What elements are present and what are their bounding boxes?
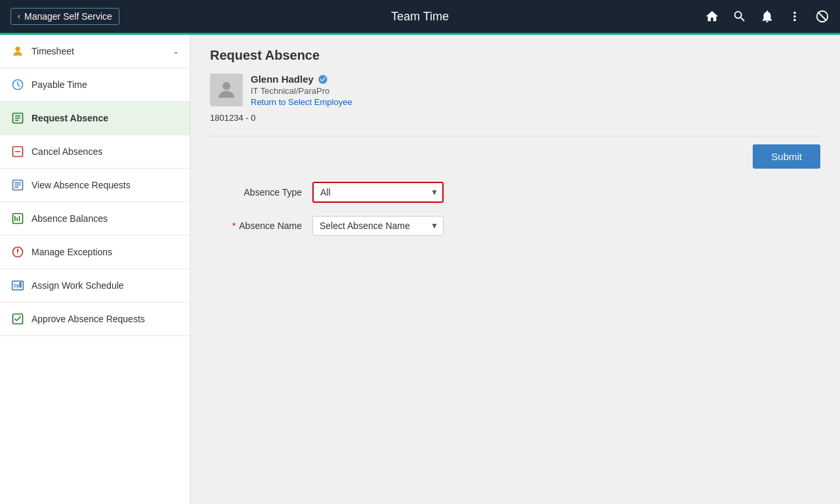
employee-card: Glenn Hadley IT Technical/ParaPro Return… (210, 74, 820, 108)
sidebar-item-request-absence[interactable]: Request Absence (0, 102, 190, 135)
sidebar: Timesheet ⌄ Payable Time Request Absence (0, 35, 190, 504)
home-icon[interactable] (705, 9, 719, 24)
approve-absence-icon (10, 312, 25, 326)
verified-icon (318, 74, 328, 85)
page-title: Request Absence (210, 48, 820, 63)
submit-button[interactable]: Submit (753, 144, 820, 169)
sidebar-item-assign-label: Assign Work Schedule (32, 280, 179, 291)
absence-type-label: Absence Type (210, 187, 302, 198)
absence-balances-icon (10, 211, 25, 226)
sidebar-item-timesheet[interactable]: Timesheet ⌄ (0, 35, 190, 68)
absence-name-wrapper: Select Absence Name ▼ (312, 216, 444, 236)
sidebar-item-absence-balances[interactable]: Absence Balances (0, 202, 190, 236)
sidebar-item-request-absence-label: Request Absence (32, 113, 179, 123)
assign-work-schedule-icon (10, 278, 25, 293)
main-layout: Timesheet ⌄ Payable Time Request Absence (0, 35, 840, 504)
back-arrow-icon: ‹ (18, 12, 20, 21)
sidebar-item-payable-time[interactable]: Payable Time (0, 68, 190, 102)
absence-type-select[interactable]: All (312, 182, 444, 203)
back-button[interactable]: ‹ Manager Self Service (10, 8, 119, 25)
sidebar-item-cancel-absences[interactable]: Cancel Absences (0, 135, 190, 169)
back-label: Manager Self Service (24, 11, 112, 22)
employee-name: Glenn Hadley (251, 74, 352, 85)
payable-time-icon (10, 77, 25, 92)
search-icon[interactable] (732, 9, 747, 24)
manage-exceptions-icon (10, 245, 25, 259)
topbar-icons (705, 9, 830, 24)
cancel-absences-icon (10, 144, 25, 159)
more-icon[interactable] (788, 9, 802, 24)
absence-type-wrapper: All ▼ (312, 182, 444, 203)
sidebar-item-view-absence[interactable]: View Absence Requests (0, 169, 190, 202)
svg-point-2 (16, 47, 20, 51)
sidebar-item-payable-label: Payable Time (32, 79, 179, 90)
employee-dept: IT Technical/ParaPro (251, 86, 352, 96)
topbar-title: Team Time (391, 10, 449, 24)
svg-rect-13 (20, 282, 22, 287)
svg-point-9 (17, 254, 18, 255)
return-link[interactable]: Return to Select Employee (251, 97, 352, 107)
sidebar-item-balances-label: Absence Balances (32, 213, 179, 224)
topbar: ‹ Manager Self Service Team Time (0, 0, 840, 33)
sidebar-item-approve-absence[interactable]: Approve Absence Requests (0, 303, 190, 336)
svg-rect-11 (14, 284, 16, 288)
absence-type-row: Absence Type All ▼ (210, 182, 820, 203)
sidebar-item-manage-label: Manage Exceptions (32, 247, 179, 257)
svg-rect-12 (16, 284, 18, 287)
svg-point-15 (222, 82, 230, 90)
absence-name-label: Absence Name (210, 220, 302, 231)
chevron-icon: ⌄ (173, 47, 179, 56)
absence-name-select[interactable]: Select Absence Name (312, 216, 444, 236)
sidebar-item-manage-exceptions[interactable]: Manage Exceptions (0, 236, 190, 269)
svg-line-1 (818, 12, 827, 21)
employee-info: Glenn Hadley IT Technical/ParaPro Return… (251, 74, 352, 108)
request-absence-icon (10, 111, 25, 125)
circle-slash-icon[interactable] (815, 9, 830, 24)
divider (210, 136, 820, 136)
view-absence-icon (10, 178, 25, 192)
content-area: Request Absence Glenn Hadley IT Technica… (190, 35, 840, 504)
timesheet-icon (10, 44, 25, 58)
bell-icon[interactable] (760, 9, 774, 24)
sidebar-item-view-absence-label: View Absence Requests (32, 180, 179, 190)
sidebar-collapse-handle[interactable]: ∥ (190, 253, 190, 286)
sidebar-item-approve-label: Approve Absence Requests (32, 314, 179, 324)
absence-name-row: Absence Name Select Absence Name ▼ (210, 216, 820, 236)
submit-area: Submit (210, 144, 820, 169)
avatar (210, 74, 243, 106)
sidebar-item-timesheet-label: Timesheet (32, 46, 166, 56)
employee-id: 1801234 - 0 (210, 113, 820, 123)
sidebar-item-cancel-absences-label: Cancel Absences (32, 146, 179, 157)
sidebar-item-assign-work-schedule[interactable]: Assign Work Schedule (0, 269, 190, 303)
